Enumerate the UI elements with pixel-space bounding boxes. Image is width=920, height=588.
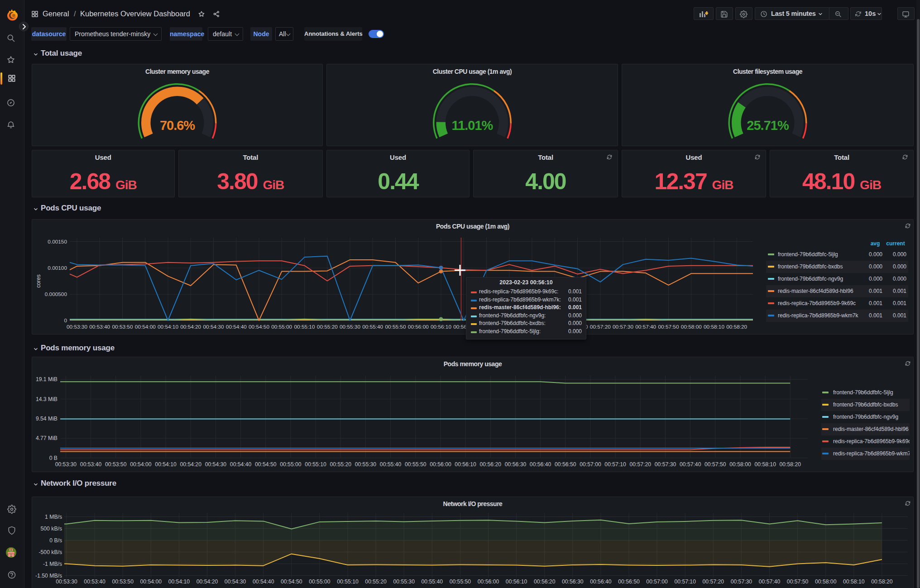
svg-text:00:55:30: 00:55:30 [355,461,377,468]
svg-text:00:56:00: 00:56:00 [408,324,429,330]
svg-text:00:54:50: 00:54:50 [249,324,269,330]
svg-text:00:54:40: 00:54:40 [226,324,247,330]
svg-text:00:54:30: 00:54:30 [225,578,246,585]
svg-text:00:56:50: 00:56:50 [618,578,640,585]
svg-text:00:55:10: 00:55:10 [294,324,315,330]
svg-text:00:58:10: 00:58:10 [843,578,865,585]
svg-text:00:53:40: 00:53:40 [80,461,102,468]
svg-text:00:58:00: 00:58:00 [681,324,702,330]
svg-text:00:55:50: 00:55:50 [405,461,426,468]
svg-text:0 B: 0 B [49,455,58,461]
svg-text:00:54:40: 00:54:40 [253,578,274,585]
svg-text:00:54:20: 00:54:20 [180,461,201,468]
svg-text:00:56:10: 00:56:10 [431,324,451,330]
svg-text:00:54:30: 00:54:30 [205,461,227,468]
svg-text:00:55:00: 00:55:00 [280,461,302,468]
svg-text:00:54:10: 00:54:10 [155,461,177,468]
svg-text:00:57:30: 00:57:30 [613,324,633,330]
svg-text:00:55:20: 00:55:20 [330,461,352,468]
svg-text:-1 MB/s: -1 MB/s [43,561,62,567]
svg-text:00:53:40: 00:53:40 [89,324,110,330]
svg-text:00:56:00: 00:56:00 [430,461,451,468]
svg-text:00:55:40: 00:55:40 [422,578,443,585]
svg-text:00:55:50: 00:55:50 [450,578,471,585]
svg-text:00:53:30: 00:53:30 [56,578,77,585]
svg-text:14.3 MiB: 14.3 MiB [36,396,58,402]
svg-text:-1.50 MB/s: -1.50 MB/s [35,573,62,579]
svg-text:00:57:40: 00:57:40 [759,578,781,585]
svg-text:0.000500: 0.000500 [45,291,67,297]
svg-text:00:58:20: 00:58:20 [726,324,747,330]
svg-text:00:54:10: 00:54:10 [158,324,178,330]
svg-text:00:57:30: 00:57:30 [731,578,752,585]
svg-text:00:55:40: 00:55:40 [380,461,402,468]
svg-text:00:57:50: 00:57:50 [787,578,809,585]
svg-text:00:58:10: 00:58:10 [704,324,724,330]
svg-text:00:56:30: 00:56:30 [562,578,584,585]
svg-text:00:57:10: 00:57:10 [604,461,626,468]
svg-text:500 kB/s: 500 kB/s [41,526,62,532]
svg-text:00:56:10: 00:56:10 [506,578,527,585]
svg-text:00:55:50: 00:55:50 [385,324,406,330]
svg-text:0.00100: 0.00100 [48,265,67,271]
svg-text:-500 kB/s: -500 kB/s [39,549,62,555]
svg-text:0.00150: 0.00150 [48,239,67,245]
svg-text:00:54:20: 00:54:20 [180,324,201,330]
svg-text:00:58:00: 00:58:00 [729,461,751,468]
svg-text:00:55:00: 00:55:00 [271,324,292,330]
svg-text:00:57:20: 00:57:20 [703,578,724,585]
svg-text:00:56:40: 00:56:40 [590,578,612,585]
svg-text:00:53:30: 00:53:30 [67,324,87,330]
svg-text:00:56:40: 00:56:40 [530,461,551,468]
svg-text:00:54:00: 00:54:00 [130,461,152,468]
svg-text:00:58:20: 00:58:20 [780,461,801,468]
svg-text:00:55:40: 00:55:40 [362,324,383,330]
svg-text:00:57:40: 00:57:40 [680,461,701,468]
svg-text:00:53:50: 00:53:50 [105,461,127,468]
svg-text:00:57:10: 00:57:10 [674,578,696,585]
svg-text:00:56:30: 00:56:30 [505,461,527,468]
svg-text:00:57:20: 00:57:20 [630,461,652,468]
svg-text:00:58:00: 00:58:00 [815,578,837,585]
svg-text:00:54:20: 00:54:20 [196,578,218,585]
svg-text:cores: cores [35,274,42,287]
svg-text:00:57:30: 00:57:30 [655,461,676,468]
svg-text:00:57:00: 00:57:00 [580,461,601,468]
svg-text:00:56:50: 00:56:50 [555,461,576,468]
svg-text:00:57:50: 00:57:50 [704,461,726,468]
svg-text:00:54:40: 00:54:40 [230,461,252,468]
svg-text:00:53:40: 00:53:40 [84,578,105,585]
svg-text:00:53:50: 00:53:50 [112,324,133,330]
svg-text:00:57:40: 00:57:40 [635,324,656,330]
svg-text:00:55:10: 00:55:10 [305,461,326,468]
svg-text:00:58:10: 00:58:10 [754,461,776,468]
svg-text:9.54 MiB: 9.54 MiB [36,416,58,422]
svg-text:00:54:00: 00:54:00 [135,324,156,330]
svg-text:00:53:50: 00:53:50 [112,578,134,585]
svg-text:00:56:00: 00:56:00 [478,578,499,585]
svg-text:00:55:20: 00:55:20 [317,324,338,330]
svg-text:00:53:30: 00:53:30 [55,461,77,468]
svg-text:00:57:00: 00:57:00 [646,578,668,585]
svg-text:00:54:10: 00:54:10 [168,578,190,585]
svg-text:00:54:50: 00:54:50 [255,461,277,468]
svg-text:00:57:50: 00:57:50 [658,324,679,330]
svg-text:00:55:30: 00:55:30 [393,578,415,585]
svg-text:00:58:20: 00:58:20 [871,578,893,585]
svg-text:00:55:20: 00:55:20 [365,578,387,585]
svg-text:00:54:00: 00:54:00 [140,578,162,585]
svg-text:0: 0 [64,317,67,324]
svg-text:00:55:10: 00:55:10 [337,578,359,585]
svg-text:00:55:30: 00:55:30 [340,324,360,330]
svg-text:00:56:10: 00:56:10 [455,461,476,468]
svg-text:00:56:20: 00:56:20 [534,578,556,585]
svg-text:0 B/s: 0 B/s [49,537,62,544]
svg-text:00:56:20: 00:56:20 [480,461,502,468]
svg-text:00:57:20: 00:57:20 [590,324,611,330]
svg-text:00:55:00: 00:55:00 [309,578,331,585]
svg-text:00:54:30: 00:54:30 [203,324,224,330]
svg-text:4.77 MiB: 4.77 MiB [36,435,58,441]
svg-text:00:54:50: 00:54:50 [281,578,302,585]
svg-text:19.1 MiB: 19.1 MiB [36,376,58,382]
svg-text:1 MB/s: 1 MB/s [45,514,62,520]
